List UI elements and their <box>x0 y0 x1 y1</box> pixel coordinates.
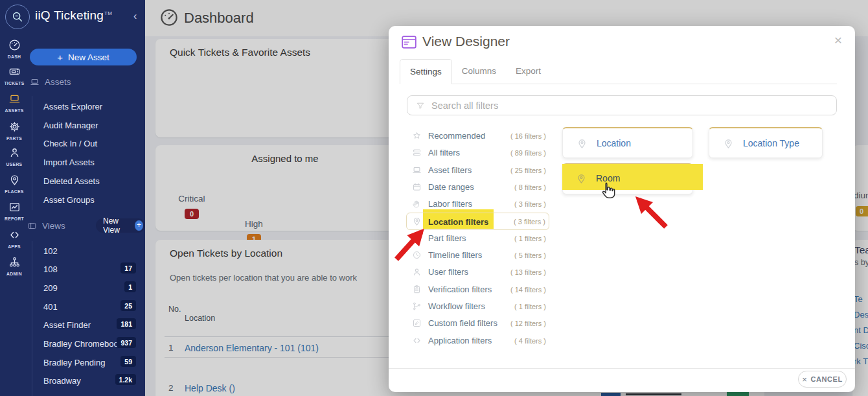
footer-divider <box>389 368 855 369</box>
dashboard-icon <box>8 39 21 51</box>
gear-icon <box>8 121 21 133</box>
hand-icon <box>412 199 422 209</box>
user-icon <box>8 146 21 159</box>
chart-icon <box>8 201 21 213</box>
clipboard-icon <box>412 285 422 294</box>
search-input[interactable] <box>431 100 836 111</box>
rail-item-parts[interactable]: PARTS <box>0 121 29 141</box>
count-badge: 17 <box>120 262 136 274</box>
sidebar-item-asset-groups[interactable]: Asset Groups <box>43 195 95 205</box>
filter-group-verification[interactable]: Verification filters( 14 filters ) <box>407 281 549 298</box>
filter-group-workflow[interactable]: Workflow filters( 1 filters ) <box>407 298 549 315</box>
filter-group-part[interactable]: Part filters( 1 filters ) <box>407 230 549 247</box>
plus-icon: + <box>57 52 63 63</box>
rail-item-report[interactable]: REPORT <box>0 201 29 221</box>
pin-icon <box>412 216 422 226</box>
layers-icon <box>412 148 422 157</box>
tab-settings[interactable]: Settings <box>400 59 452 84</box>
count-badge: 1.2k <box>115 374 136 385</box>
view-item-bradley-pending[interactable]: Bradley Pending59 <box>43 356 137 369</box>
app-logo-icon <box>5 5 30 29</box>
plus-icon: + <box>135 220 143 231</box>
close-icon[interactable]: × <box>834 32 842 48</box>
sidebar-item-audit-manager[interactable]: Audit Manager <box>43 121 98 130</box>
tab-bar: Settings Columns Export <box>400 59 551 84</box>
gear-icon <box>412 233 422 243</box>
views-section-header: Views <box>27 221 65 231</box>
window-icon <box>27 221 37 231</box>
view-item-bradley-chromebooks[interactable]: Bradley Chromebooks937 <box>43 338 137 350</box>
filter-group-custom-field[interactable]: Custom field filters( 12 filters ) <box>407 315 549 332</box>
star-icon <box>412 131 422 141</box>
cancel-button[interactable]: ×CANCEL <box>798 371 847 388</box>
count-badge: 59 <box>120 356 136 367</box>
new-asset-button[interactable]: +New Asset <box>30 49 137 65</box>
count-badge: 1 <box>124 281 136 292</box>
filter-group-recommended[interactable]: Recommended( 16 filters ) <box>407 128 549 145</box>
clock-icon <box>412 250 422 260</box>
sidebar-item-assets-explorer[interactable]: Assets Explorer <box>43 102 102 111</box>
laptop-icon <box>30 77 40 87</box>
view-item-102[interactable]: 102 <box>43 245 137 257</box>
ticket-icon <box>8 65 21 78</box>
new-view-button[interactable]: New View+ <box>96 218 145 233</box>
rail-item-places[interactable]: PLACES <box>0 174 29 194</box>
tab-export[interactable]: Export <box>506 59 551 84</box>
filter-group-user[interactable]: User filters( 13 filters ) <box>407 264 549 281</box>
org-icon <box>8 256 21 268</box>
sidebar-collapse-icon[interactable]: ‹ <box>133 10 137 22</box>
assets-section-header: Assets <box>30 77 71 87</box>
rail-item-apps[interactable]: APPS <box>0 229 29 249</box>
view-item-broadway[interactable]: Broadway1.2k <box>43 375 137 387</box>
funnel-icon <box>416 101 425 110</box>
trademark-label: TM <box>104 10 112 16</box>
modal-title: View Designer <box>422 34 510 49</box>
count-badge: 181 <box>117 318 136 329</box>
pin-icon <box>8 174 21 186</box>
pin-icon <box>723 138 734 149</box>
room-card-highlight <box>562 164 703 190</box>
filter-card-location[interactable]: Location <box>562 127 693 158</box>
sidebar-item-deleted-assets[interactable]: Deleted Assets <box>43 176 100 186</box>
filter-group-timeline[interactable]: Timeline filters( 5 filters ) <box>407 247 549 264</box>
sidebar-item-check-in-out[interactable]: Check In / Out <box>43 139 97 148</box>
view-designer-icon <box>402 36 417 49</box>
user-icon <box>412 267 422 277</box>
rail-item-dash[interactable]: DASH <box>0 39 29 59</box>
view-item-209[interactable]: 2091 <box>43 282 137 294</box>
filter-group-asset[interactable]: Asset filters( 25 filters ) <box>407 162 549 179</box>
pencil-icon <box>412 318 422 328</box>
rail-item-assets[interactable]: ASSETS <box>0 93 29 113</box>
pin-icon <box>577 138 588 149</box>
view-item-108[interactable]: 10817 <box>43 263 137 275</box>
rail-item-admin[interactable]: ADMIN <box>0 256 29 276</box>
rail-item-users[interactable]: USERS <box>0 146 29 167</box>
code-icon <box>8 229 21 241</box>
section-divider <box>32 241 32 396</box>
filter-group-application[interactable]: Application filters( 4 filters ) <box>407 332 549 349</box>
view-item-asset-finder[interactable]: Asset Finder181 <box>43 319 137 331</box>
calendar-icon <box>412 182 422 192</box>
tab-columns[interactable]: Columns <box>452 59 506 84</box>
section-divider <box>32 96 32 210</box>
filter-card-location-type[interactable]: Location Type <box>709 127 823 158</box>
app-brand: iiQ TicketingTM <box>35 8 112 23</box>
code-icon <box>412 336 422 345</box>
filter-search[interactable] <box>407 95 837 115</box>
rail-item-tickets[interactable]: TICKETS <box>0 65 29 86</box>
laptop-icon <box>412 165 422 175</box>
count-badge: 25 <box>120 300 136 311</box>
view-designer-modal: View Designer × Settings Columns Export … <box>389 26 855 392</box>
app-root: iiQ TicketingTM ‹ DASH TICKETS ASSETS PA… <box>0 0 868 396</box>
sidebar: iiQ TicketingTM ‹ DASH TICKETS ASSETS PA… <box>0 0 145 396</box>
branch-icon <box>412 301 422 311</box>
filter-group-all[interactable]: All filters( 89 filters ) <box>407 145 549 161</box>
close-icon: × <box>802 375 807 384</box>
view-item-401[interactable]: 40125 <box>43 301 137 313</box>
filter-group-date-ranges[interactable]: Date ranges( 8 filters ) <box>407 179 549 196</box>
filter-group-location[interactable]: Location filters( 3 filters ) <box>406 213 549 230</box>
sidebar-item-import-assets[interactable]: Import Assets <box>43 157 95 167</box>
laptop-icon <box>8 93 21 105</box>
count-badge: 937 <box>117 337 136 348</box>
